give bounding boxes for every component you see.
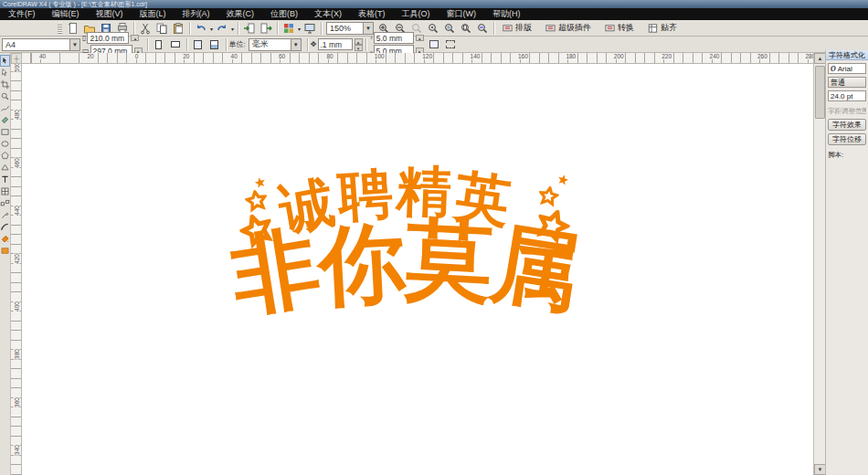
tool-shape[interactable] — [0, 67, 10, 79]
paper-width-spinner[interactable]: ▴ — [131, 35, 139, 41]
new-button[interactable] — [65, 21, 81, 36]
v-ruler-label: 440 — [14, 206, 20, 216]
tool-text[interactable] — [0, 174, 10, 185]
duplicate-x-field[interactable]: 5.0 mm — [374, 32, 414, 44]
h-ruler-label: 100 — [374, 53, 386, 59]
current-page-button[interactable] — [206, 37, 223, 52]
paper-width-field[interactable]: 210.0 mm — [87, 32, 129, 44]
h-ruler-label: 40 — [230, 53, 238, 59]
menu-item-7[interactable]: 文本(X) — [306, 8, 350, 20]
launcher-button[interactable] — [281, 21, 297, 36]
export-button[interactable] — [258, 21, 274, 36]
tool-rectangle[interactable] — [0, 126, 10, 138]
h-ruler-label: 160 — [517, 53, 529, 59]
paper-size-combo[interactable]: A4 ▼ — [2, 38, 80, 51]
font-list-combo[interactable]: O Arial — [828, 63, 866, 74]
undo-button[interactable] — [193, 21, 209, 36]
menu-item-1[interactable]: 编辑(E) — [44, 8, 88, 20]
v-ruler-label: 340 — [14, 445, 20, 456]
menu-item-2[interactable]: 视图(V) — [88, 8, 132, 20]
h-ruler-label: 20 — [86, 53, 94, 59]
character-effects-button[interactable]: 字符效果 — [828, 119, 866, 131]
tool-fill[interactable] — [0, 233, 10, 245]
tool-ellipse[interactable] — [0, 138, 10, 150]
toolbox — [0, 53, 11, 475]
scrollbar-thumb[interactable] — [815, 66, 825, 119]
nudge-spinner[interactable]: ▴▾ — [355, 38, 363, 51]
character-formatting-docker: 字符格式化 O Arial 普通 24.0 pt 字距调整范围 字符效果 字符位… — [825, 50, 868, 475]
font-size-combo[interactable]: 24.0 pt — [828, 90, 866, 101]
zoom-actual-button[interactable] — [425, 21, 441, 36]
zoom-level-combo[interactable]: 150% ▼ — [326, 22, 374, 35]
chevron-down-icon[interactable]: ▼ — [291, 39, 301, 50]
tool-blend[interactable] — [0, 197, 10, 209]
character-shift-button[interactable]: 字符位移 — [828, 133, 866, 145]
h-ruler-label: 60 — [278, 53, 286, 59]
ruler-origin[interactable]: ┼ — [11, 53, 22, 64]
import-button[interactable] — [241, 21, 258, 36]
tool-table[interactable] — [0, 185, 10, 197]
tool-crop[interactable] — [0, 79, 10, 90]
tool-zoom[interactable] — [0, 90, 10, 102]
toolbar-grip[interactable] — [58, 23, 62, 34]
chevron-down-icon[interactable]: ▼ — [69, 39, 79, 50]
font-style-combo[interactable]: 普通 — [828, 77, 866, 88]
chevron-down-icon[interactable]: ▾ — [230, 24, 235, 33]
menu-item-10[interactable]: 窗口(W) — [439, 8, 485, 20]
menu-item-4[interactable]: 排列(A) — [175, 8, 218, 20]
plugin-button-1[interactable]: 超级插件 — [540, 20, 596, 37]
tool-basic-shapes[interactable] — [0, 162, 10, 174]
v-ruler-label: 400 — [14, 301, 20, 312]
menu-item-8[interactable]: 表格(T) — [350, 8, 394, 20]
horizontal-ruler[interactable]: 4020020406080100120140160180200220240260… — [22, 53, 813, 64]
all-pages-button[interactable] — [190, 37, 206, 52]
tool-freehand[interactable] — [0, 102, 10, 114]
artwork-bottom-char: 你 — [317, 219, 408, 311]
duplicate-x-spinner[interactable]: ▴ — [416, 35, 424, 41]
menu-item-11[interactable]: 帮助(H) — [484, 8, 529, 20]
h-ruler-label: 260 — [757, 53, 768, 59]
kerning-range-label: 字距调整范围 — [828, 107, 866, 116]
plugin-button-2[interactable]: 转换 — [599, 20, 639, 37]
window-title: CorelDRAW X4 ( 专业版 ) - [E:\五金素材\图形1.cdr] — [3, 1, 147, 7]
vertical-scrollbar[interactable]: ▲ ▼ — [813, 53, 825, 475]
tool-pick[interactable] — [0, 55, 10, 67]
tool-interactive-fill[interactable] — [0, 245, 10, 257]
redo-button[interactable] — [214, 21, 230, 36]
menu-item-9[interactable]: 工具(O) — [394, 8, 439, 20]
font-name-value: Arial — [838, 65, 852, 73]
treat-as-filled-button[interactable] — [442, 37, 459, 52]
tool-polygon[interactable] — [0, 150, 10, 162]
plugin-button-0[interactable]: 排版 — [497, 20, 536, 37]
drawing-canvas[interactable]: 诚聘精英非你莫属 — [22, 64, 813, 475]
landscape-button[interactable] — [167, 37, 184, 52]
copy-button[interactable] — [153, 21, 170, 36]
menu-item-6[interactable]: 位图(B) — [262, 8, 306, 20]
snap-options-button[interactable] — [426, 37, 442, 52]
h-ruler-label: 80 — [325, 53, 333, 59]
docker-title[interactable]: 字符格式化 — [826, 50, 868, 60]
zoom-width-button[interactable] — [474, 21, 491, 36]
nudge-field[interactable]: .1 mm — [318, 38, 353, 50]
zoom-page-button[interactable] — [458, 21, 474, 36]
menu-item-0[interactable]: 文件(F) — [0, 8, 44, 20]
units-combo[interactable]: 毫米 ▼ — [249, 38, 302, 51]
v-ruler-label: 420 — [14, 253, 20, 264]
tool-outline[interactable] — [0, 221, 10, 233]
zoom-selected-button[interactable] — [441, 21, 458, 36]
menu-item-5[interactable]: 效果(C) — [218, 8, 263, 20]
vertical-ruler[interactable]: 500480460440420400380360340 — [11, 53, 22, 475]
tool-smart-fill[interactable] — [0, 114, 10, 126]
window-titlebar[interactable]: CorelDRAW X4 ( 专业版 ) - [E:\五金素材\图形1.cdr] — [0, 0, 868, 8]
v-ruler-label: 380 — [14, 349, 20, 360]
paste-button[interactable] — [170, 21, 186, 36]
tool-eyedropper[interactable] — [0, 209, 10, 221]
h-ruler-label: 200 — [613, 53, 625, 59]
plugin-button-3[interactable]: 贴齐 — [642, 20, 682, 37]
font-size-value: 24.0 pt — [831, 92, 852, 100]
portrait-button[interactable] — [151, 37, 167, 52]
menu-item-3[interactable]: 版面(L) — [132, 8, 175, 20]
welcome-button[interactable] — [302, 21, 318, 36]
h-ruler-label: 180 — [565, 53, 577, 59]
artwork-group[interactable]: 诚聘精英非你莫属 — [22, 64, 813, 475]
